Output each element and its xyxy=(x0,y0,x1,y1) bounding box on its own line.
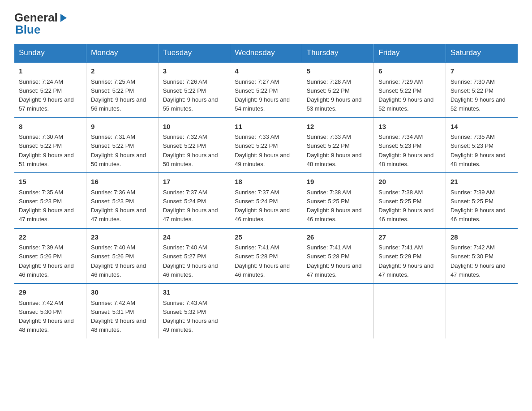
calendar-cell: 1 Sunrise: 7:24 AM Sunset: 5:22 PM Dayli… xyxy=(14,62,86,118)
daylight-info: Daylight: 9 hours and 47 minutes. xyxy=(450,262,506,278)
sunrise-info: Sunrise: 7:30 AM xyxy=(19,133,63,140)
sunrise-info: Sunrise: 7:41 AM xyxy=(307,244,351,251)
day-number: 29 xyxy=(19,287,82,298)
daylight-info: Daylight: 9 hours and 48 minutes. xyxy=(91,317,146,333)
calendar-cell: 23 Sunrise: 7:40 AM Sunset: 5:26 PM Dayl… xyxy=(86,228,159,284)
day-number: 31 xyxy=(163,287,226,298)
day-number: 16 xyxy=(91,177,154,187)
day-header-wednesday: Wednesday xyxy=(230,44,302,62)
sunset-info: Sunset: 5:23 PM xyxy=(378,142,421,149)
sunrise-info: Sunrise: 7:37 AM xyxy=(235,189,279,196)
day-number: 30 xyxy=(91,287,154,298)
day-number: 21 xyxy=(450,177,513,187)
week-row-3: 15 Sunrise: 7:35 AM Sunset: 5:23 PM Dayl… xyxy=(14,173,518,228)
sunrise-info: Sunrise: 7:24 AM xyxy=(19,78,63,85)
calendar-cell: 15 Sunrise: 7:35 AM Sunset: 5:23 PM Dayl… xyxy=(14,173,86,228)
sunset-info: Sunset: 5:22 PM xyxy=(378,87,421,94)
day-number: 11 xyxy=(235,122,297,132)
sunrise-info: Sunrise: 7:30 AM xyxy=(450,78,495,85)
daylight-info: Daylight: 9 hours and 46 minutes. xyxy=(307,207,362,223)
sunrise-info: Sunrise: 7:29 AM xyxy=(378,78,423,85)
week-row-1: 1 Sunrise: 7:24 AM Sunset: 5:22 PM Dayli… xyxy=(14,62,518,118)
week-row-4: 22 Sunrise: 7:39 AM Sunset: 5:26 PM Dayl… xyxy=(14,228,518,284)
day-header-tuesday: Tuesday xyxy=(158,44,230,62)
day-number: 1 xyxy=(19,66,82,77)
sunrise-info: Sunrise: 7:35 AM xyxy=(19,189,63,196)
sunset-info: Sunset: 5:32 PM xyxy=(163,308,206,315)
calendar-cell: 16 Sunrise: 7:36 AM Sunset: 5:23 PM Dayl… xyxy=(86,173,159,228)
sunrise-info: Sunrise: 7:37 AM xyxy=(163,189,207,196)
day-number: 25 xyxy=(235,232,297,243)
sunset-info: Sunset: 5:25 PM xyxy=(378,198,421,205)
sunrise-info: Sunrise: 7:35 AM xyxy=(450,133,495,140)
calendar-cell: 3 Sunrise: 7:26 AM Sunset: 5:22 PM Dayli… xyxy=(158,62,230,118)
logo: General Blue xyxy=(14,11,69,37)
day-number: 27 xyxy=(378,232,441,243)
daylight-info: Daylight: 9 hours and 46 minutes. xyxy=(235,262,290,278)
sunrise-info: Sunrise: 7:39 AM xyxy=(450,189,495,196)
day-number: 10 xyxy=(163,122,226,132)
calendar-cell: 11 Sunrise: 7:33 AM Sunset: 5:22 PM Dayl… xyxy=(230,118,302,173)
sunset-info: Sunset: 5:22 PM xyxy=(163,142,206,149)
day-number: 8 xyxy=(19,122,82,132)
day-header-sunday: Sunday xyxy=(14,44,86,62)
calendar-cell: 9 Sunrise: 7:31 AM Sunset: 5:22 PM Dayli… xyxy=(86,118,159,173)
sunrise-info: Sunrise: 7:43 AM xyxy=(163,300,207,306)
daylight-info: Daylight: 9 hours and 48 minutes. xyxy=(450,152,506,167)
sunrise-info: Sunrise: 7:38 AM xyxy=(307,189,351,196)
day-number: 22 xyxy=(19,232,82,243)
sunset-info: Sunset: 5:25 PM xyxy=(307,198,350,205)
svg-marker-0 xyxy=(60,14,67,22)
day-number: 13 xyxy=(378,122,441,132)
daylight-info: Daylight: 9 hours and 52 minutes. xyxy=(378,96,433,112)
calendar-cell: 19 Sunrise: 7:38 AM Sunset: 5:25 PM Dayl… xyxy=(302,173,374,228)
sunset-info: Sunset: 5:26 PM xyxy=(91,253,134,260)
day-number: 26 xyxy=(307,232,369,243)
sunset-info: Sunset: 5:29 PM xyxy=(378,253,421,260)
logo-arrow-icon xyxy=(59,13,69,23)
sunset-info: Sunset: 5:27 PM xyxy=(163,253,206,260)
daylight-info: Daylight: 9 hours and 47 minutes. xyxy=(163,207,218,223)
calendar-cell: 27 Sunrise: 7:41 AM Sunset: 5:29 PM Dayl… xyxy=(374,228,446,284)
sunset-info: Sunset: 5:22 PM xyxy=(163,87,206,94)
sunset-info: Sunset: 5:26 PM xyxy=(19,253,62,260)
day-number: 17 xyxy=(163,177,226,187)
day-number: 18 xyxy=(235,177,297,187)
sunrise-info: Sunrise: 7:41 AM xyxy=(378,244,423,251)
calendar-cell: 2 Sunrise: 7:25 AM Sunset: 5:22 PM Dayli… xyxy=(86,62,159,118)
day-number: 15 xyxy=(19,177,82,187)
sunrise-info: Sunrise: 7:42 AM xyxy=(450,244,495,251)
day-number: 7 xyxy=(450,66,513,77)
daylight-info: Daylight: 9 hours and 56 minutes. xyxy=(91,96,146,112)
sunrise-info: Sunrise: 7:40 AM xyxy=(91,244,135,251)
sunset-info: Sunset: 5:22 PM xyxy=(450,87,493,94)
sunset-info: Sunset: 5:22 PM xyxy=(307,87,350,94)
sunrise-info: Sunrise: 7:31 AM xyxy=(91,133,135,140)
week-row-5: 29 Sunrise: 7:42 AM Sunset: 5:30 PM Dayl… xyxy=(14,283,518,338)
sunrise-info: Sunrise: 7:25 AM xyxy=(91,78,135,85)
day-header-friday: Friday xyxy=(374,44,446,62)
sunrise-info: Sunrise: 7:42 AM xyxy=(19,300,63,306)
daylight-info: Daylight: 9 hours and 50 minutes. xyxy=(163,152,218,167)
calendar-cell xyxy=(374,283,446,338)
daylight-info: Daylight: 9 hours and 51 minutes. xyxy=(19,152,74,167)
sunrise-info: Sunrise: 7:33 AM xyxy=(307,133,351,140)
sunset-info: Sunset: 5:22 PM xyxy=(307,142,350,149)
calendar-cell: 21 Sunrise: 7:39 AM Sunset: 5:25 PM Dayl… xyxy=(446,173,518,228)
calendar-cell: 14 Sunrise: 7:35 AM Sunset: 5:23 PM Dayl… xyxy=(446,118,518,173)
daylight-info: Daylight: 9 hours and 48 minutes. xyxy=(307,152,362,167)
daylight-info: Daylight: 9 hours and 49 minutes. xyxy=(235,152,290,167)
calendar-cell: 10 Sunrise: 7:32 AM Sunset: 5:22 PM Dayl… xyxy=(158,118,230,173)
sunrise-info: Sunrise: 7:32 AM xyxy=(163,133,207,140)
daylight-info: Daylight: 9 hours and 47 minutes. xyxy=(91,207,146,223)
calendar-cell: 20 Sunrise: 7:38 AM Sunset: 5:25 PM Dayl… xyxy=(374,173,446,228)
daylight-info: Daylight: 9 hours and 46 minutes. xyxy=(378,207,433,223)
sunset-info: Sunset: 5:30 PM xyxy=(450,253,493,260)
sunset-info: Sunset: 5:22 PM xyxy=(91,87,134,94)
day-number: 3 xyxy=(163,66,226,77)
sunset-info: Sunset: 5:22 PM xyxy=(235,142,278,149)
daylight-info: Daylight: 9 hours and 52 minutes. xyxy=(450,96,506,112)
calendar-cell: 12 Sunrise: 7:33 AM Sunset: 5:22 PM Dayl… xyxy=(302,118,374,173)
week-row-2: 8 Sunrise: 7:30 AM Sunset: 5:22 PM Dayli… xyxy=(14,118,518,173)
sunrise-info: Sunrise: 7:27 AM xyxy=(235,78,279,85)
